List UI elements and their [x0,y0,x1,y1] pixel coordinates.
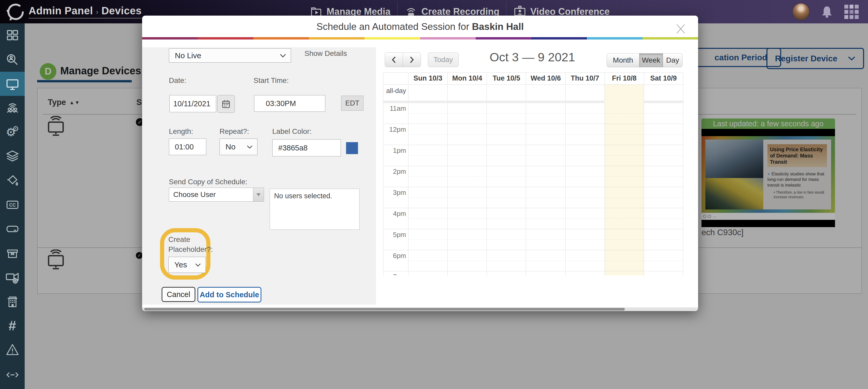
calendar-cell[interactable] [644,187,683,208]
calendar-cell[interactable] [526,229,565,250]
timezone-button[interactable]: EDT [341,96,364,111]
allday-cell[interactable] [447,85,487,101]
sidebar-item-theme-paint[interactable] [0,169,25,192]
calendar-cell[interactable] [447,145,487,166]
allday-cell[interactable] [487,85,526,101]
sidebar-item-user-search[interactable] [0,48,25,72]
view-week-button[interactable]: Week [639,53,663,67]
calendar-cell[interactable] [604,250,644,271]
calendar-cell[interactable] [408,187,447,208]
modal-horizontal-scrollbar[interactable] [142,307,698,311]
calendar-cell[interactable] [604,166,644,187]
show-details-link[interactable]: Show Details [305,49,347,58]
calendar-cell[interactable] [487,187,526,208]
calendar-cell[interactable] [526,124,565,145]
allday-cell[interactable] [408,85,447,101]
calendar-cell[interactable] [644,229,683,250]
calendar-cell[interactable] [447,208,487,229]
length-input[interactable] [169,139,206,155]
calendar-cell[interactable] [644,145,683,166]
prev-week-button[interactable] [385,53,403,67]
sidebar-item-channels[interactable]: # [0,313,25,337]
calendar-cell[interactable] [526,271,565,275]
calendar-cell[interactable] [644,103,683,124]
calendar-cell[interactable] [447,187,487,208]
calendar-cell[interactable] [565,166,604,187]
create-placeholder-select[interactable]: Yes [168,257,206,273]
calendar-cell[interactable] [604,271,644,275]
datepicker-button[interactable] [217,95,235,113]
calendar-cell[interactable] [408,271,447,275]
calendar-cell[interactable] [565,208,604,229]
calendar-cell[interactable] [565,145,604,166]
notifications-bell-icon[interactable] [820,5,834,19]
close-icon[interactable] [675,23,687,35]
calendar-cell[interactable] [447,271,487,275]
calendar-cell[interactable] [487,250,526,271]
hour-grid[interactable]: 11am12pm1pm2pm3pm4pm5pm6pm7pm [383,103,683,275]
choose-user-select[interactable]: Choose User [169,188,264,202]
allday-cell[interactable] [604,85,644,101]
allday-cell[interactable] [526,85,565,101]
label-color-input[interactable] [272,139,341,156]
sidebar-item-alerts[interactable] [0,337,25,362]
calendar-cell[interactable] [526,187,565,208]
sidebar-item-captions[interactable]: CC [0,192,25,217]
calendar-cell[interactable] [644,250,683,271]
calendar-cell[interactable] [487,145,526,166]
calendar-cell[interactable] [604,229,644,250]
start-time-input[interactable] [254,95,325,112]
sidebar-item-integrations[interactable] [0,362,25,386]
calendar-cell[interactable] [447,103,487,124]
calendar-cell[interactable] [526,166,565,187]
calendar-cell[interactable] [604,187,644,208]
calendar-cell[interactable] [644,124,683,145]
sidebar-item-audience[interactable] [0,96,25,120]
repeat-select[interactable]: No [220,139,257,155]
calendar-cell[interactable] [408,229,447,250]
label-color-swatch[interactable] [346,142,358,154]
calendar-cell[interactable] [408,124,447,145]
sidebar-item-recorder[interactable] [0,265,25,289]
allday-cell[interactable] [644,85,683,101]
calendar-cell[interactable] [487,271,526,275]
calendar-cell[interactable] [447,166,487,187]
calendar-cell[interactable] [604,124,644,145]
calendar-cell[interactable] [565,124,604,145]
calendar-cell[interactable] [487,166,526,187]
live-source-select[interactable]: No Live [169,48,291,63]
sidebar-item-settings[interactable]: ⚙ ⚙ [0,120,25,144]
calendar-cell[interactable] [408,250,447,271]
date-input[interactable] [169,95,216,112]
calendar-cell[interactable] [526,208,565,229]
allday-cell[interactable] [565,85,604,101]
calendar-cell[interactable] [604,145,644,166]
view-month-button[interactable]: Month [607,53,639,67]
sidebar-item-layers[interactable] [0,144,25,169]
calendar-cell[interactable] [408,208,447,229]
sidebar-item-dashboard[interactable] [0,23,25,48]
calendar-cell[interactable] [408,103,447,124]
sidebar-item-devices[interactable] [0,72,25,96]
app-grid-icon[interactable] [844,5,859,19]
scrollbar-thumb[interactable] [144,308,625,310]
add-to-schedule-button[interactable]: Add to Schedule [197,287,261,302]
calendar-cell[interactable] [644,166,683,187]
view-day-button[interactable]: Day [663,53,682,67]
calendar-cell[interactable] [487,208,526,229]
calendar-cell[interactable] [447,124,487,145]
calendar-cell[interactable] [526,103,565,124]
sidebar-item-archive-box[interactable] [0,241,25,265]
calendar-cell[interactable] [487,229,526,250]
calendar-cell[interactable] [487,103,526,124]
calendar-cell[interactable] [644,208,683,229]
calendar-cell[interactable] [526,250,565,271]
brand[interactable]: Admin Panel › Devices [7,0,142,23]
sidebar-item-building[interactable] [0,289,25,313]
calendar-cell[interactable] [565,271,604,275]
cancel-button[interactable]: Cancel [162,287,195,302]
calendar-cell[interactable] [565,103,604,124]
calendar-cell[interactable] [565,187,604,208]
calendar-cell[interactable] [447,250,487,271]
calendar-cell[interactable] [565,229,604,250]
